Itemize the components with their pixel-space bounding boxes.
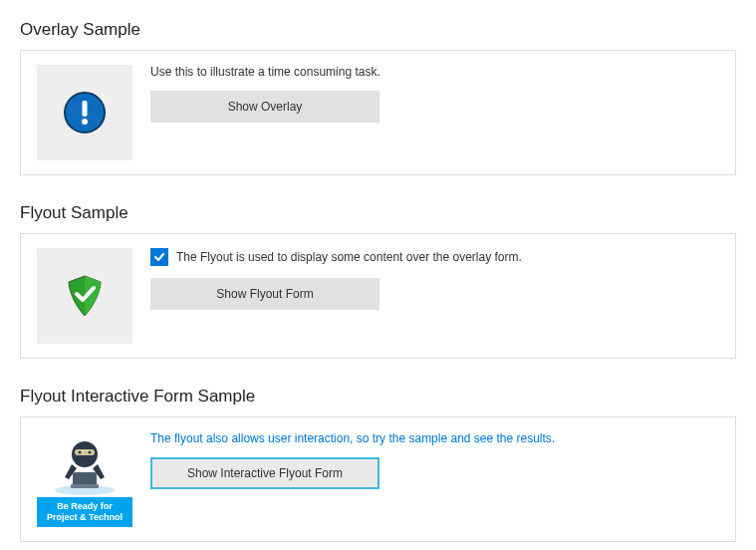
flyout-interactive-section: Flyout Interactive Form Sample Be Ready … — [20, 387, 736, 542]
svg-rect-9 — [71, 484, 99, 488]
promo-banner: Be Ready for Project & Technol — [37, 497, 132, 527]
overlay-sample-title: Overlay Sample — [20, 20, 736, 40]
checkmark-icon — [153, 251, 165, 263]
show-flyout-form-button[interactable]: Show Flyout Form — [150, 278, 379, 310]
flyout-content: The Flyout is used to display some conte… — [150, 248, 719, 310]
flyout-checkbox-row: The Flyout is used to display some conte… — [150, 248, 719, 266]
flyout-icon-container — [37, 248, 132, 344]
exclamation-circle-icon — [63, 91, 107, 135]
overlay-description: Use this to illustrate a time consuming … — [150, 65, 719, 79]
flyout-checkbox[interactable] — [150, 248, 168, 266]
flyout-interactive-title: Flyout Interactive Form Sample — [20, 387, 736, 407]
promo-line2: Project & Technol — [47, 512, 123, 522]
svg-point-7 — [89, 451, 92, 454]
flyout-sample-title: Flyout Sample — [20, 203, 736, 223]
flyout-interactive-content: The flyout also allows user interaction,… — [150, 431, 719, 489]
show-interactive-flyout-form-button[interactable]: Show Interactive Flyout Form — [150, 457, 379, 489]
svg-rect-1 — [83, 101, 88, 117]
flyout-sample-panel: The Flyout is used to display some conte… — [20, 233, 736, 359]
overlay-sample-section: Overlay Sample Use this to illustrate a … — [20, 20, 736, 175]
ninja-laptop-icon — [37, 432, 132, 496]
svg-rect-8 — [73, 472, 97, 486]
flyout-sample-section: Flyout Sample The Flyout is used to disp… — [20, 203, 736, 359]
promo-line1: Be Ready for — [57, 501, 113, 511]
flyout-checkbox-label: The Flyout is used to display some conte… — [176, 250, 522, 264]
flyout-interactive-panel: Be Ready for Project & Technol The flyou… — [20, 416, 736, 542]
overlay-icon-container — [37, 65, 132, 160]
shield-check-icon — [61, 272, 109, 320]
svg-rect-5 — [75, 449, 95, 455]
flyout-interactive-description: The flyout also allows user interaction,… — [150, 431, 719, 445]
show-overlay-button[interactable]: Show Overlay — [150, 91, 379, 123]
promo-card: Be Ready for Project & Technol — [37, 431, 132, 527]
overlay-sample-panel: Use this to illustrate a time consuming … — [20, 50, 736, 175]
svg-point-6 — [79, 451, 82, 454]
overlay-content: Use this to illustrate a time consuming … — [150, 65, 719, 123]
svg-point-2 — [82, 119, 88, 125]
promo-image — [37, 431, 132, 497]
